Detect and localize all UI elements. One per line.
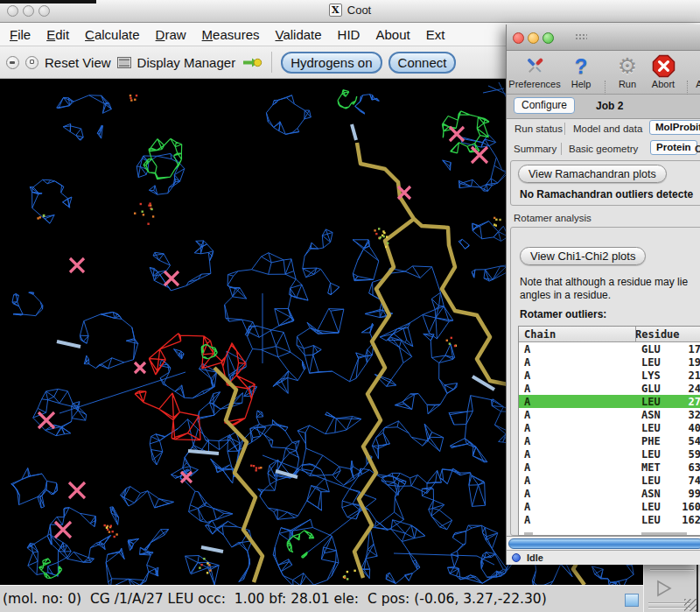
table-row-partial [519, 526, 700, 535]
table-row-selected[interactable]: ALEU27 [519, 395, 700, 408]
menu-edit[interactable]: Edit [38, 27, 77, 42]
table-row[interactable]: ALEU162 [519, 513, 700, 526]
abort-icon [643, 53, 683, 78]
run-icon: ⚙ [608, 53, 647, 78]
main-status-bar: (mol. no: 0) CG /1/A/27 LEU occ: 1.00 bf… [0, 585, 643, 612]
undo-icon[interactable] [6, 56, 19, 69]
rotamer-outliers-table[interactable]: Chain Residue AGLU17 ALEU19 ALYS21 AGLU2… [518, 326, 700, 536]
help-icon: ? [563, 53, 599, 78]
table-row[interactable]: ALEU40 [519, 421, 700, 434]
view-ramachandran-plots-button[interactable]: View Ramachandran plots [518, 165, 667, 183]
column-residue[interactable]: Residue [635, 328, 680, 341]
tab-summary[interactable]: Summary [514, 144, 556, 154]
table-header[interactable]: Chain Residue [519, 327, 700, 342]
table-row[interactable]: AGLU17 [519, 342, 700, 355]
validation-dialog: Preferences ? Help ⚙ Run Abort [506, 25, 700, 565]
table-row[interactable]: ALEU19 [519, 355, 700, 369]
x11-icon: X [329, 4, 342, 17]
coot-application: X Coot File Edit Calculate Draw Measures… [0, 0, 700, 612]
tab-job-2[interactable]: Job 2 [596, 100, 623, 112]
column-chain[interactable]: Chain [519, 328, 635, 341]
atom-status-text: (mol. no: 0) CG /1/A/27 LEU occ: 1.00 bf… [0, 591, 547, 607]
idle-indicator-icon [512, 553, 521, 562]
tab-basic-geometry[interactable]: Basic geometry [569, 144, 638, 154]
dialog-zoom-button[interactable] [542, 32, 554, 44]
background-window-strip [0, 0, 96, 4]
abort-button[interactable]: Abort [643, 79, 683, 89]
menu-calculate[interactable]: Calculate [77, 27, 148, 42]
table-row[interactable]: ALEU160 [519, 500, 700, 513]
table-row[interactable]: ALYS21 [519, 369, 700, 382]
view-chi1-chi2-plots-button[interactable]: View Chi1-Chi2 plots [520, 247, 646, 265]
window-edge [696, 559, 698, 612]
table-row[interactable]: AGLU24 [519, 382, 700, 395]
redo-icon[interactable] [25, 56, 38, 69]
table-row[interactable]: AASN99 [519, 487, 700, 500]
menu-about[interactable]: About [368, 27, 417, 42]
run-button[interactable]: Run [608, 79, 647, 89]
scrollbar-thumb[interactable] [508, 538, 700, 549]
play-triangle-icon[interactable] [654, 580, 674, 597]
main-titlebar[interactable]: X Coot [0, 0, 700, 23]
resize-grip[interactable] [684, 599, 697, 611]
dialog-tab-strip: Configure Job 2 [507, 95, 700, 118]
clipped-toolbar-button[interactable]: A [690, 79, 700, 89]
menu-extensions[interactable]: Ext [418, 27, 453, 42]
rotamer-note-line1: Note that although a residue may lie [520, 276, 688, 288]
display-manager-icon [117, 57, 131, 68]
menu-validate[interactable]: Validate [267, 27, 329, 42]
tab-model-and-data[interactable]: Model and data [573, 123, 642, 134]
tab-run-status[interactable]: Run status [514, 123, 563, 134]
menu-measures[interactable]: Measures [194, 27, 268, 42]
ramachandran-frame: View Ramachandran plots No Ramachandran … [510, 160, 700, 206]
ramachandran-status-text: No Ramachandran outliers detecte [520, 188, 693, 200]
table-row[interactable]: AASN32 [519, 408, 700, 421]
table-row[interactable]: ALEU59 [519, 447, 700, 461]
help-button[interactable]: Help [563, 79, 599, 89]
tab-configure[interactable]: Configure [514, 97, 575, 114]
dialog-minimize-button[interactable] [528, 32, 539, 44]
preferences-button[interactable]: Preferences [508, 79, 561, 89]
panel-divider [650, 569, 694, 570]
hydrogens-toggle-button[interactable]: Hydrogens on [281, 52, 382, 74]
rotamer-analysis-label: Rotamer analysis [514, 213, 592, 223]
toolbar-separator [271, 52, 272, 73]
menu-file[interactable]: File [2, 27, 38, 42]
job-page: Run status Model and data MolProbit Summ… [507, 118, 700, 550]
dialog-titlebar[interactable] [507, 25, 700, 51]
rotamer-outliers-label: Rotamer outliers: [520, 308, 606, 320]
side-panel [643, 559, 700, 612]
dialog-toolbar: Preferences ? Help ⚙ Run Abort [507, 51, 700, 95]
table-row[interactable]: ALEU74 [519, 474, 700, 487]
tab-protein[interactable]: Protein [650, 140, 697, 155]
window-title: Coot [347, 4, 371, 17]
element-color-chip [625, 594, 639, 607]
dialog-close-button[interactable] [513, 32, 524, 44]
titlebar-grip-dots [575, 33, 587, 40]
reset-view-button[interactable]: Reset View [45, 55, 111, 70]
display-manager-button[interactable]: Display Manager [137, 55, 236, 70]
menu-draw[interactable]: Draw [148, 27, 194, 42]
tab-molprobity[interactable]: MolProbit [649, 120, 700, 135]
table-row[interactable]: AMET63 [519, 461, 700, 474]
go-to-atom-arrow-icon[interactable] [242, 56, 262, 69]
tab-clashes-clipped[interactable]: Cl [695, 144, 700, 154]
horizontal-scrollbar[interactable] [507, 536, 700, 550]
connect-button[interactable]: Connect [388, 52, 457, 74]
menu-hid[interactable]: HID [330, 27, 368, 42]
table-row[interactable]: APHE54 [519, 434, 700, 447]
dialog-status-bar: Idle [507, 550, 700, 565]
rotamer-note-line2: angles in a residue. [520, 289, 611, 301]
dialog-status-text: Idle [527, 552, 543, 563]
rotamer-frame: View Chi1-Chi2 plots Note that although … [510, 227, 700, 536]
preferences-icon [508, 53, 561, 78]
